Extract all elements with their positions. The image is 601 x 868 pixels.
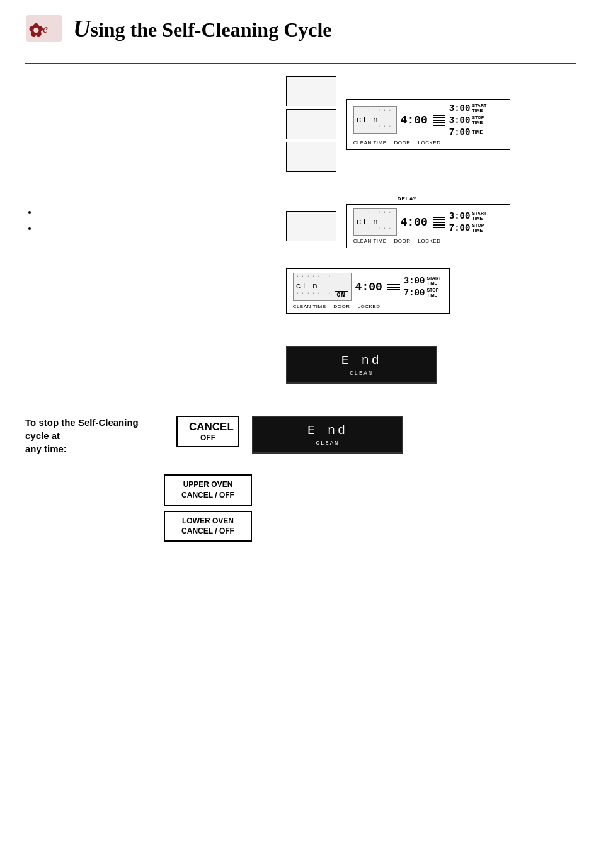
label-locked-3: LOCKED — [358, 304, 381, 309]
label-clean-time-3: CLEAN TIME — [293, 304, 326, 309]
lower-oven-label: LOWER OVENCANCEL / OFF — [181, 517, 234, 536]
keypad-btn-1[interactable] — [286, 76, 336, 106]
time-display-3: 4:00 — [355, 281, 382, 294]
stop-heading-line1: To stop the Self-Cleaning cycle at — [25, 417, 139, 441]
stop-time-display-2: 7:00 — [449, 223, 471, 233]
svg-text:e: e — [43, 23, 48, 35]
divider-4 — [25, 403, 576, 403]
keypad-btn-4[interactable] — [286, 211, 336, 241]
stop-time-display-1b: 7:00 — [449, 127, 471, 137]
on-badge: ON — [335, 291, 348, 299]
section-stop: To stop the Self-Cleaning cycle at any t… — [25, 416, 576, 462]
section-2: DELAY ˈˈˈˈˈˈˈ cl n ˈˈˈˈˈˈˈ 4:00 — [25, 204, 576, 320]
start-time-display-1: 3:00 — [449, 103, 471, 113]
seg-display-3: cl n — [296, 282, 318, 291]
end-display-2: E nd CLEAN — [252, 416, 403, 454]
top-divider — [25, 63, 576, 64]
keypad-btn-3[interactable] — [286, 142, 336, 172]
keypad-stack-2 — [286, 211, 336, 241]
start-time-display-2: 3:00 — [449, 211, 471, 221]
stop-section-visual: CANCEL OFF E nd CLEAN — [176, 416, 576, 454]
clean-label-1: CLEAN — [350, 370, 373, 377]
off-label: OFF — [189, 433, 227, 442]
label-door-2: DOOR — [394, 238, 411, 244]
oven-buttons-group: UPPER OVENCANCEL / OFF LOWER OVENCANCEL … — [164, 474, 576, 542]
label-door-1: DOOR — [394, 140, 411, 146]
upper-oven-label: UPPER OVENCANCEL / OFF — [181, 480, 234, 500]
label-locked-2: LOCKED — [418, 238, 441, 244]
bullet-1 — [38, 204, 267, 220]
section-3-visual: E nd CLEAN — [286, 346, 576, 384]
page-title: Using the Self-Cleaning Cycle — [73, 14, 332, 42]
section-1-visual: ˈˈˈˈˈˈˈ cl n ˈˈˈˈˈˈˈ 4:00 — [286, 76, 576, 172]
clean-label-2: CLEAN — [316, 440, 339, 447]
label-clean-time-2: CLEAN TIME — [353, 238, 387, 244]
stop-time-display-3: 7:00 — [404, 288, 425, 298]
start-time-display-3: 3:00 — [404, 276, 425, 286]
bullet-2 — [38, 220, 267, 237]
page-header: ✿ e Using the Self-Cleaning Cycle — [25, 13, 576, 44]
section-2-visual: DELAY ˈˈˈˈˈˈˈ cl n ˈˈˈˈˈˈˈ 4:00 — [286, 204, 576, 314]
cancel-label: CANCEL — [189, 421, 227, 433]
label-clean-time-1: CLEAN TIME — [353, 140, 387, 146]
end-display-1: E nd CLEAN — [286, 346, 437, 384]
label-door-3: DOOR — [334, 304, 350, 309]
upper-oven-cancel-button[interactable]: UPPER OVENCANCEL / OFF — [164, 474, 252, 506]
time-display-2: 4:00 — [401, 216, 428, 229]
section-1: ˈˈˈˈˈˈˈ cl n ˈˈˈˈˈˈˈ 4:00 — [25, 76, 576, 178]
label-locked-1: LOCKED — [418, 140, 441, 146]
end-text-2: E nd — [307, 423, 348, 438]
keypad-btn-2[interactable] — [286, 109, 336, 139]
keypad-stack-1 — [286, 76, 336, 172]
seg-display-2: cl n — [357, 217, 379, 227]
seg-display-1: cl n — [357, 115, 379, 125]
time-display-1: 4:00 — [401, 114, 428, 127]
stop-section-heading: To stop the Self-Cleaning cycle at any t… — [25, 416, 164, 455]
delay-label: DELAY — [398, 196, 417, 202]
end-text-1: E nd — [341, 353, 382, 368]
cancel-off-button[interactable]: CANCEL OFF — [176, 416, 239, 447]
divider-2 — [25, 191, 576, 191]
section-2-text — [25, 204, 267, 237]
stop-heading-line2: any time: — [25, 443, 67, 454]
stop-time-display-1a: 3:00 — [449, 115, 471, 125]
section-3: E nd CLEAN — [25, 346, 576, 390]
brand-logo: ✿ e — [25, 13, 63, 44]
divider-3 — [25, 333, 576, 333]
lower-oven-cancel-button[interactable]: LOWER OVENCANCEL / OFF — [164, 511, 252, 542]
svg-text:✿: ✿ — [28, 21, 43, 40]
